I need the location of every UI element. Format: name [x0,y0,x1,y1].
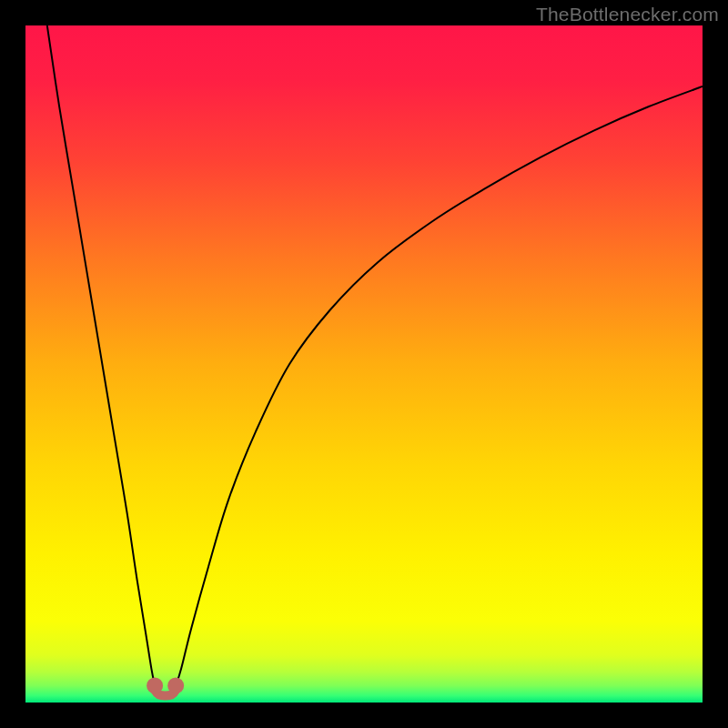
chart-svg [25,25,703,703]
chart-outer-frame: TheBottlenecker.com [0,0,728,728]
attribution-label: TheBottlenecker.com [536,4,719,25]
plot-area [25,25,703,703]
valley-marker-right-dot [167,677,184,693]
valley-marker-left-dot [147,677,163,693]
